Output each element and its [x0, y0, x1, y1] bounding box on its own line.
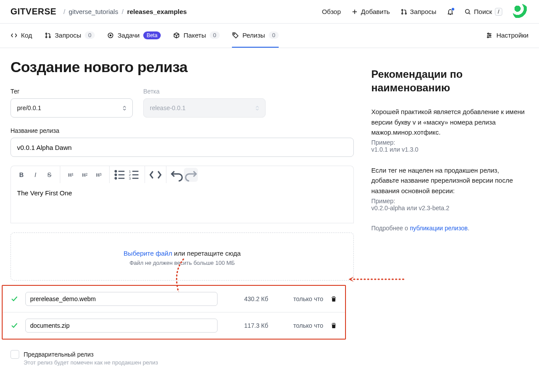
- svg-point-11: [490, 35, 491, 36]
- check-icon: [10, 295, 18, 303]
- svg-text:3: 3: [129, 177, 131, 180]
- breadcrumb: / gitverse_tutorials / releases_examples: [63, 8, 187, 15]
- file-row: 117.3 Кб только что: [3, 312, 345, 339]
- chevron-updown-icon: [123, 106, 126, 111]
- sidebar-p1: Хорошей практикой является добавление к …: [371, 107, 529, 137]
- file-size: 117.3 Кб: [225, 322, 268, 329]
- pull-request-icon: [401, 8, 408, 15]
- search-kbd: /: [495, 8, 502, 16]
- code-icon: [10, 32, 17, 39]
- svg-point-2: [405, 13, 406, 14]
- sliders-icon: [486, 32, 493, 39]
- file-name-input[interactable]: [25, 319, 218, 333]
- list-ol-button[interactable]: 123: [127, 168, 141, 182]
- search-icon: [464, 8, 471, 15]
- nav-notifications[interactable]: [447, 8, 454, 15]
- svg-point-14: [115, 174, 116, 175]
- tab-code[interactable]: Код: [10, 24, 32, 48]
- sidebar-title: Рекомендации по наименованию: [371, 67, 529, 94]
- sidebar-p1-sub: v1.0.1 или v1.3.0: [371, 146, 529, 153]
- choose-file-link[interactable]: Выберите файл: [124, 250, 172, 257]
- prerelease-label: Предварительный релиз: [24, 350, 158, 359]
- page-title: Создание нового релиза: [10, 59, 354, 76]
- trash-icon[interactable]: [330, 295, 337, 302]
- file-time: только что: [275, 295, 323, 302]
- sidebar-p2-sub-label: Пример:: [371, 198, 529, 205]
- file-name-input[interactable]: [25, 292, 218, 306]
- prerelease-sub: Этот релиз будет помечен как не продакше…: [24, 359, 158, 366]
- svg-point-9: [234, 34, 235, 35]
- svg-point-1: [401, 13, 403, 14]
- dropzone-hint: Файл не должен весить больше 100 МБ: [11, 260, 353, 266]
- branch-select: release-0.0.1: [143, 98, 266, 118]
- sidebar-more: Подробнее о публикации релизов.: [371, 225, 529, 232]
- file-dropzone[interactable]: Выберите файл или перетащите сюда Файл н…: [10, 232, 354, 281]
- sidebar-p2-sub: v0.2.0-alpha или v2.3-beta.2: [371, 205, 529, 212]
- sidebar-p2: Если тег не нацелен на продакшен релиз, …: [371, 165, 529, 196]
- tab-releases[interactable]: Релизы 0: [232, 24, 279, 48]
- circle-dot-icon: [107, 32, 114, 39]
- svg-point-6: [49, 36, 50, 38]
- svg-point-8: [110, 35, 111, 36]
- notification-dot: [451, 7, 455, 11]
- tag-select[interactable]: pre/0.0.1: [10, 98, 133, 118]
- code-button[interactable]: [149, 168, 162, 182]
- nav-add[interactable]: Добавить: [351, 8, 390, 15]
- publish-releases-link[interactable]: публикации релизов: [410, 225, 467, 232]
- redo-button: [184, 168, 198, 182]
- release-name-input[interactable]: [10, 138, 354, 157]
- plus-icon: [351, 8, 358, 15]
- nav-overview[interactable]: Обзор: [322, 8, 341, 15]
- sidebar-p1-sub-label: Пример:: [371, 139, 529, 146]
- avatar[interactable]: [513, 4, 529, 20]
- svg-point-0: [401, 9, 403, 10]
- svg-point-10: [488, 33, 489, 34]
- file-row: 430.2 Кб только что: [3, 286, 345, 312]
- logo[interactable]: GITVERSE: [10, 7, 56, 17]
- dropzone-text: Выберите файл или перетащите сюда: [11, 250, 353, 257]
- svg-point-3: [466, 9, 470, 13]
- nav-search[interactable]: Поиск /: [464, 8, 502, 16]
- tab-requests[interactable]: Запросы 0: [45, 24, 95, 48]
- svg-point-12: [487, 36, 489, 38]
- svg-point-15: [115, 177, 116, 179]
- h3-button[interactable]: H3: [92, 168, 106, 182]
- files-annotation-box: 430.2 Кб только что 117.3 Кб только что: [2, 285, 346, 340]
- branch-label: Ветка: [143, 88, 266, 95]
- nav-requests[interactable]: Запросы: [401, 8, 437, 15]
- check-icon: [10, 322, 18, 330]
- h2-button[interactable]: H2: [78, 168, 92, 182]
- file-size: 430.2 Кб: [225, 295, 268, 302]
- h1-button[interactable]: H1: [64, 168, 78, 182]
- strike-button[interactable]: S: [42, 168, 56, 182]
- tab-releases-count: 0: [269, 31, 279, 39]
- file-time: только что: [275, 322, 323, 329]
- svg-point-13: [115, 170, 116, 172]
- italic-button[interactable]: I: [28, 168, 42, 182]
- undo-button[interactable]: [170, 168, 184, 182]
- breadcrumb-owner[interactable]: gitverse_tutorials: [69, 8, 118, 15]
- tab-packages[interactable]: Пакеты 0: [173, 24, 220, 48]
- chevron-updown-icon: [256, 106, 259, 111]
- prerelease-checkbox[interactable]: [10, 350, 19, 359]
- tab-requests-count: 0: [85, 31, 95, 39]
- list-ul-button[interactable]: [113, 168, 127, 182]
- name-label: Название релиза: [10, 127, 354, 134]
- tab-packages-count: 0: [210, 31, 220, 39]
- bold-button[interactable]: B: [14, 168, 28, 182]
- trash-icon[interactable]: [330, 322, 337, 329]
- tag-label: Тег: [10, 88, 133, 95]
- pull-request-icon: [45, 32, 52, 39]
- tab-tasks[interactable]: Задачи Beta: [107, 24, 161, 48]
- svg-point-5: [45, 36, 47, 38]
- tag-icon: [232, 32, 239, 39]
- breadcrumb-repo[interactable]: releases_examples: [127, 8, 187, 15]
- tab-settings[interactable]: Настройки: [486, 24, 529, 48]
- release-description-input[interactable]: The Very First One: [10, 183, 354, 223]
- svg-point-4: [45, 33, 47, 34]
- package-icon: [173, 32, 180, 39]
- editor-toolbar: B I S H1 H2 H3 123: [10, 166, 354, 183]
- beta-badge: Beta: [143, 31, 161, 39]
